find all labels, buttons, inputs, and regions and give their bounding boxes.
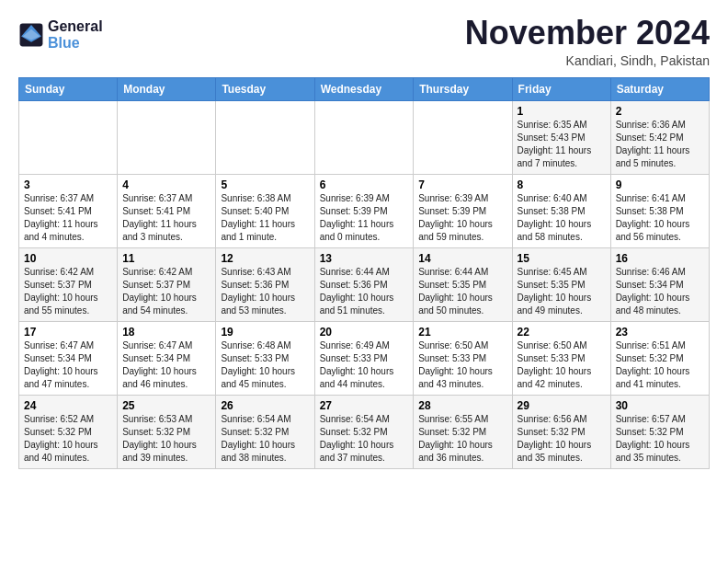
calendar-cell: 3Sunrise: 6:37 AM Sunset: 5:41 PM Daylig…	[19, 174, 118, 247]
calendar-cell: 24Sunrise: 6:52 AM Sunset: 5:32 PM Dayli…	[19, 395, 118, 468]
calendar-cell: 10Sunrise: 6:42 AM Sunset: 5:37 PM Dayli…	[19, 247, 118, 321]
day-info: Sunrise: 6:49 AM Sunset: 5:33 PM Dayligh…	[320, 339, 409, 391]
title-block: November 2024 Kandiari, Sindh, Pakistan	[465, 15, 710, 68]
logo: General Blue	[18, 18, 103, 51]
calendar-cell: 25Sunrise: 6:53 AM Sunset: 5:32 PM Dayli…	[118, 395, 216, 468]
location-subtitle: Kandiari, Sindh, Pakistan	[465, 53, 710, 68]
weekday-header-sunday: Sunday	[19, 77, 118, 100]
day-info: Sunrise: 6:57 AM Sunset: 5:32 PM Dayligh…	[616, 413, 704, 465]
day-info: Sunrise: 6:52 AM Sunset: 5:32 PM Dayligh…	[24, 413, 112, 465]
calendar-cell: 21Sunrise: 6:50 AM Sunset: 5:33 PM Dayli…	[414, 321, 512, 395]
calendar-row-4: 24Sunrise: 6:52 AM Sunset: 5:32 PM Dayli…	[19, 395, 710, 468]
day-number: 10	[24, 252, 112, 265]
calendar: SundayMondayTuesdayWednesdayThursdayFrid…	[18, 77, 710, 469]
day-info: Sunrise: 6:56 AM Sunset: 5:32 PM Dayligh…	[518, 413, 606, 465]
calendar-cell: 9Sunrise: 6:41 AM Sunset: 5:38 PM Daylig…	[610, 174, 709, 247]
calendar-cell: 11Sunrise: 6:42 AM Sunset: 5:37 PM Dayli…	[118, 247, 216, 321]
calendar-cell	[19, 100, 118, 174]
calendar-cell: 6Sunrise: 6:39 AM Sunset: 5:39 PM Daylig…	[314, 174, 414, 247]
calendar-cell: 17Sunrise: 6:47 AM Sunset: 5:34 PM Dayli…	[19, 321, 118, 395]
day-number: 1	[518, 105, 606, 118]
day-info: Sunrise: 6:46 AM Sunset: 5:34 PM Dayligh…	[616, 266, 704, 317]
weekday-header-tuesday: Tuesday	[216, 77, 314, 100]
day-info: Sunrise: 6:42 AM Sunset: 5:37 PM Dayligh…	[122, 266, 210, 317]
day-number: 7	[418, 178, 506, 191]
day-info: Sunrise: 6:35 AM Sunset: 5:43 PM Dayligh…	[518, 119, 606, 170]
day-info: Sunrise: 6:53 AM Sunset: 5:32 PM Dayligh…	[122, 413, 210, 465]
calendar-cell: 22Sunrise: 6:50 AM Sunset: 5:33 PM Dayli…	[512, 321, 610, 395]
day-number: 9	[616, 178, 704, 191]
calendar-cell: 23Sunrise: 6:51 AM Sunset: 5:32 PM Dayli…	[610, 321, 709, 395]
calendar-cell: 2Sunrise: 6:36 AM Sunset: 5:42 PM Daylig…	[610, 100, 709, 174]
calendar-cell: 20Sunrise: 6:49 AM Sunset: 5:33 PM Dayli…	[314, 321, 414, 395]
calendar-cell: 27Sunrise: 6:54 AM Sunset: 5:32 PM Dayli…	[314, 395, 414, 468]
calendar-row-1: 3Sunrise: 6:37 AM Sunset: 5:41 PM Daylig…	[19, 174, 710, 247]
day-number: 6	[320, 178, 409, 191]
day-number: 5	[221, 178, 309, 191]
day-number: 21	[418, 326, 506, 339]
calendar-cell: 18Sunrise: 6:47 AM Sunset: 5:34 PM Dayli…	[118, 321, 216, 395]
day-info: Sunrise: 6:45 AM Sunset: 5:35 PM Dayligh…	[518, 266, 606, 317]
day-number: 17	[24, 326, 112, 339]
day-number: 14	[418, 252, 506, 265]
calendar-cell: 8Sunrise: 6:40 AM Sunset: 5:38 PM Daylig…	[512, 174, 610, 247]
weekday-header-thursday: Thursday	[414, 77, 512, 100]
day-number: 18	[122, 326, 210, 339]
day-info: Sunrise: 6:44 AM Sunset: 5:36 PM Dayligh…	[320, 266, 409, 317]
calendar-row-0: 1Sunrise: 6:35 AM Sunset: 5:43 PM Daylig…	[19, 100, 710, 174]
day-number: 15	[518, 252, 606, 265]
day-info: Sunrise: 6:37 AM Sunset: 5:41 PM Dayligh…	[122, 192, 210, 244]
weekday-header-monday: Monday	[118, 77, 216, 100]
day-number: 19	[221, 326, 309, 339]
calendar-cell: 4Sunrise: 6:37 AM Sunset: 5:41 PM Daylig…	[118, 174, 216, 247]
day-number: 2	[616, 105, 704, 118]
calendar-cell: 1Sunrise: 6:35 AM Sunset: 5:43 PM Daylig…	[512, 100, 610, 174]
calendar-cell: 7Sunrise: 6:39 AM Sunset: 5:39 PM Daylig…	[414, 174, 512, 247]
day-info: Sunrise: 6:41 AM Sunset: 5:38 PM Dayligh…	[616, 192, 704, 244]
month-title: November 2024	[465, 15, 710, 52]
logo-line1: General	[48, 18, 103, 35]
day-info: Sunrise: 6:42 AM Sunset: 5:37 PM Dayligh…	[24, 266, 112, 317]
calendar-row-2: 10Sunrise: 6:42 AM Sunset: 5:37 PM Dayli…	[19, 247, 710, 321]
day-number: 29	[518, 399, 606, 412]
day-info: Sunrise: 6:47 AM Sunset: 5:34 PM Dayligh…	[24, 339, 112, 391]
calendar-cell: 16Sunrise: 6:46 AM Sunset: 5:34 PM Dayli…	[610, 247, 709, 321]
day-info: Sunrise: 6:40 AM Sunset: 5:38 PM Dayligh…	[518, 192, 606, 244]
calendar-cell	[216, 100, 314, 174]
logo-icon	[18, 22, 44, 48]
calendar-cell: 13Sunrise: 6:44 AM Sunset: 5:36 PM Dayli…	[314, 247, 414, 321]
calendar-row-3: 17Sunrise: 6:47 AM Sunset: 5:34 PM Dayli…	[19, 321, 710, 395]
day-number: 22	[518, 326, 606, 339]
day-number: 13	[320, 252, 409, 265]
day-number: 23	[616, 326, 704, 339]
day-number: 11	[122, 252, 210, 265]
day-info: Sunrise: 6:39 AM Sunset: 5:39 PM Dayligh…	[320, 192, 409, 244]
day-number: 16	[616, 252, 704, 265]
calendar-cell: 28Sunrise: 6:55 AM Sunset: 5:32 PM Dayli…	[414, 395, 512, 468]
day-info: Sunrise: 6:50 AM Sunset: 5:33 PM Dayligh…	[518, 339, 606, 391]
calendar-cell: 29Sunrise: 6:56 AM Sunset: 5:32 PM Dayli…	[512, 395, 610, 468]
day-number: 20	[320, 326, 409, 339]
calendar-cell: 15Sunrise: 6:45 AM Sunset: 5:35 PM Dayli…	[512, 247, 610, 321]
day-number: 30	[616, 399, 704, 412]
day-info: Sunrise: 6:50 AM Sunset: 5:33 PM Dayligh…	[418, 339, 506, 391]
day-info: Sunrise: 6:36 AM Sunset: 5:42 PM Dayligh…	[616, 119, 704, 170]
day-info: Sunrise: 6:51 AM Sunset: 5:32 PM Dayligh…	[616, 339, 704, 391]
calendar-cell	[414, 100, 512, 174]
day-number: 4	[122, 178, 210, 191]
calendar-cell: 26Sunrise: 6:54 AM Sunset: 5:32 PM Dayli…	[216, 395, 314, 468]
day-info: Sunrise: 6:38 AM Sunset: 5:40 PM Dayligh…	[221, 192, 309, 244]
calendar-cell: 14Sunrise: 6:44 AM Sunset: 5:35 PM Dayli…	[414, 247, 512, 321]
day-number: 24	[24, 399, 112, 412]
header: General Blue November 2024 Kandiari, Sin…	[18, 15, 710, 68]
calendar-cell	[314, 100, 414, 174]
calendar-cell: 30Sunrise: 6:57 AM Sunset: 5:32 PM Dayli…	[610, 395, 709, 468]
day-number: 26	[221, 399, 309, 412]
weekday-header-wednesday: Wednesday	[314, 77, 414, 100]
day-number: 3	[24, 178, 112, 191]
day-info: Sunrise: 6:43 AM Sunset: 5:36 PM Dayligh…	[221, 266, 309, 317]
weekday-header-row: SundayMondayTuesdayWednesdayThursdayFrid…	[19, 77, 710, 100]
day-info: Sunrise: 6:37 AM Sunset: 5:41 PM Dayligh…	[24, 192, 112, 244]
day-info: Sunrise: 6:54 AM Sunset: 5:32 PM Dayligh…	[221, 413, 309, 465]
day-number: 8	[518, 178, 606, 191]
